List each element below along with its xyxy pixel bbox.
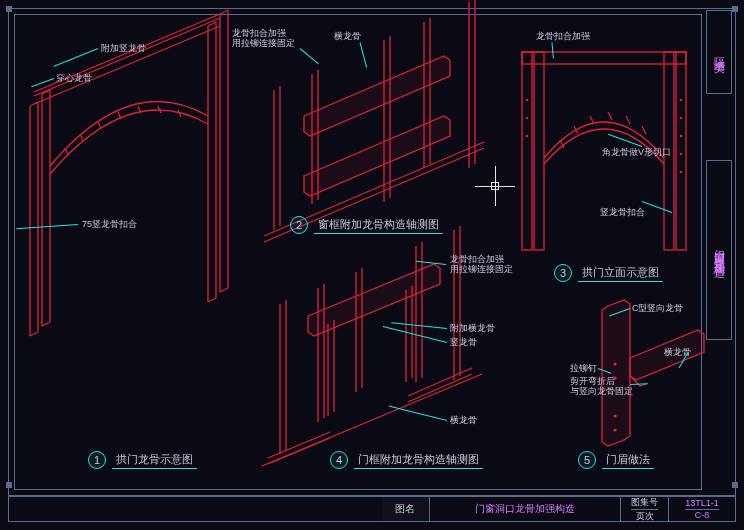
figure-3-title: 拱门立面示意图: [578, 264, 663, 282]
fig4-ann-vstud: 竖龙骨: [450, 336, 477, 349]
fig3-ann-vcut: 角龙骨做V形切口: [602, 146, 671, 159]
svg-point-18: [680, 153, 683, 156]
figure-4-number: 4: [330, 451, 348, 469]
figure-1: [20, 36, 250, 336]
svg-line-1: [80, 134, 83, 141]
fig5-ann-bend: 剪开弯折后 与竖向龙骨固定: [570, 376, 633, 397]
fig1-ann-clamp: 75竖龙骨扣合: [82, 218, 137, 231]
svg-point-12: [526, 99, 529, 102]
fig1-ann-beam: 穿心龙骨: [56, 72, 92, 85]
figure-1-number: 1: [88, 451, 106, 469]
figure-5-number: 5: [578, 451, 596, 469]
figure-5-title: 门眉做法: [602, 451, 654, 469]
svg-line-23: [608, 112, 612, 120]
svg-point-16: [680, 117, 683, 120]
svg-rect-10: [676, 52, 686, 250]
svg-point-15: [680, 99, 683, 102]
svg-line-2: [98, 122, 101, 129]
svg-point-17: [680, 135, 683, 138]
drawing-title-panel: 门窗洞口龙骨加强构造: [706, 160, 732, 340]
svg-line-0: [65, 148, 68, 155]
figure-4-title: 门框附加龙骨构造轴测图: [354, 451, 483, 469]
fig3-ann-clamp: 竖龙骨扣合: [600, 206, 645, 219]
fig1-ann-vstud: 附加竖龙骨: [101, 42, 146, 55]
svg-point-28: [613, 414, 616, 417]
figure-4: [258, 246, 498, 466]
category-panel: 隔墙类: [706, 10, 732, 94]
svg-line-6: [178, 110, 181, 117]
figure-1-title: 拱门龙骨示意图: [112, 451, 197, 469]
svg-line-25: [642, 126, 646, 134]
fig5-ann-cstud: C型竖向龙骨: [632, 302, 684, 315]
svg-point-13: [526, 117, 529, 120]
tb-value-stack: 13TL1-1 C-8: [669, 497, 735, 521]
title-block: 图名 门窗洞口龙骨加强构造 图集号 页次 13TL1-1 C-8: [8, 496, 736, 522]
figure-2-number: 2: [290, 216, 308, 234]
svg-rect-7: [522, 52, 532, 250]
fig5-ann-rivet: 拉铆钉: [570, 362, 597, 375]
figure-2-title: 窗框附加龙骨构造轴测图: [314, 216, 443, 234]
figure-3-number: 3: [554, 264, 572, 282]
svg-point-29: [613, 428, 616, 431]
svg-line-24: [626, 116, 630, 124]
tb-drawing-name: 门窗洞口龙骨加强构造: [430, 497, 621, 521]
svg-rect-11: [522, 52, 686, 64]
fig2-ann-reinforce: 龙骨扣合加强 用拉铆连接固定: [232, 28, 295, 49]
svg-rect-8: [534, 52, 544, 250]
svg-point-26: [613, 362, 616, 365]
tb-label-stack: 图集号 页次: [621, 497, 669, 521]
fig4-ann-reinforce: 龙骨扣合加强 用拉铆连接固定: [450, 254, 513, 275]
svg-point-14: [526, 135, 529, 138]
fig3-ann-reinforce: 龙骨扣合加强: [536, 30, 590, 43]
fig4-ann-hstud: 横龙骨: [450, 414, 477, 427]
fig2-ann-hstud: 横龙骨: [334, 30, 361, 43]
tb-label-name: 图名: [382, 497, 430, 521]
fig4-ann-addh: 附加横龙骨: [450, 322, 495, 335]
svg-point-19: [680, 171, 683, 174]
